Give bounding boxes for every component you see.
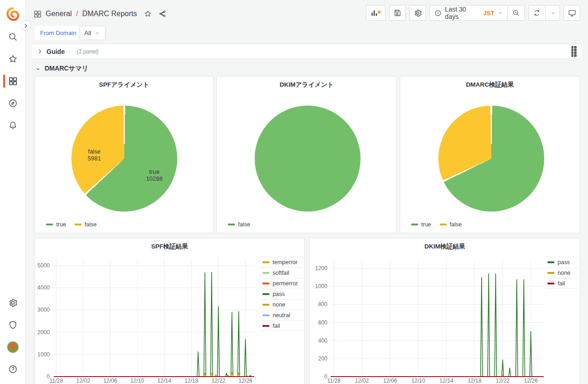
zoom-out-icon [512, 9, 520, 17]
drag-grid-icon [571, 46, 576, 57]
save-dashboard-button[interactable] [389, 5, 406, 21]
sidebar-item-configuration[interactable] [0, 294, 26, 312]
refresh-interval-dropdown[interactable] [545, 6, 560, 20]
sidebar-item-explore[interactable] [0, 94, 26, 112]
variable-label-from-domain[interactable]: From Domain [35, 26, 82, 40]
gear-icon [8, 298, 18, 308]
legend-swatch [262, 283, 269, 284]
svg-text:800: 800 [318, 301, 327, 307]
grafana-logo[interactable] [0, 5, 26, 24]
chevron-down-icon [35, 66, 41, 72]
legend-label: pass [558, 259, 570, 266]
variable-value-dropdown[interactable]: All [79, 26, 105, 40]
chevron-down-icon [497, 10, 503, 16]
legend-swatch [440, 224, 447, 225]
legend-swatch [262, 314, 269, 316]
sidebar-item-server-admin[interactable] [0, 316, 26, 334]
svg-text:11/28: 11/28 [327, 378, 340, 384]
sidebar-item-search[interactable] [0, 28, 26, 46]
svg-text:3000: 3000 [37, 307, 50, 313]
chevron-down-icon [94, 30, 100, 36]
panel-dkim-results: DKIM検証結果 02004006008001000120011/2812/02… [309, 238, 580, 384]
sidebar-expand-button[interactable] [20, 20, 31, 31]
avatar [7, 341, 19, 353]
row-drag-handle[interactable] [571, 46, 576, 57]
legend-item-false[interactable]: false [440, 221, 462, 228]
legend-item-true[interactable]: true [46, 221, 66, 228]
breadcrumb-separator: / [76, 10, 78, 18]
legend-swatch [262, 325, 269, 327]
row-guide[interactable]: Guide (1 panel) [32, 44, 581, 59]
svg-text:600: 600 [318, 319, 327, 326]
legend-label: true [421, 221, 431, 228]
time-picker-group: Last 30 days JST [430, 5, 525, 21]
zoom-out-time-button[interactable] [507, 6, 524, 20]
panel-title[interactable]: DKIMアライメント [217, 81, 396, 89]
help-icon [8, 364, 18, 374]
panel-title[interactable]: DMARC検証結果 [400, 81, 580, 89]
dmarc-result-pie[interactable] [438, 106, 544, 212]
legend-item-temperror[interactable]: temperror [261, 257, 303, 267]
legend-swatch [411, 224, 418, 225]
legend-swatch [547, 272, 554, 274]
grafana-logo-icon [6, 7, 20, 21]
legend-item-false[interactable]: false [75, 221, 97, 228]
pie-legend: truefalse [411, 221, 462, 228]
breadcrumb-page[interactable]: DMARC Reports [82, 10, 137, 18]
dashboard-settings-button[interactable] [409, 5, 426, 21]
svg-text:12/06: 12/06 [103, 378, 117, 384]
legend-item-neutral[interactable]: neutral [261, 310, 303, 320]
add-panel-button[interactable] [366, 5, 385, 21]
legend-swatch [262, 272, 269, 274]
spf-alignment-pie[interactable]: true 10288false 5981 [71, 106, 177, 212]
pie-legend: false [228, 221, 250, 228]
legend-item-pass[interactable]: pass [546, 257, 578, 267]
dashboard-grid-icon [33, 10, 42, 18]
time-range-picker[interactable]: Last 30 days JST [430, 6, 507, 20]
favorite-star-button[interactable] [144, 10, 152, 18]
svg-text:11/28: 11/28 [49, 378, 63, 384]
chevron-down-icon [550, 10, 556, 16]
pie-slice-label: false 5981 [87, 148, 101, 162]
share-icon [158, 10, 167, 18]
sidebar-item-dashboards[interactable] [0, 72, 26, 90]
sidebar-item-help[interactable] [0, 360, 26, 378]
refresh-button[interactable] [529, 6, 545, 20]
legend-swatch [262, 261, 269, 263]
svg-text:12/02: 12/02 [355, 378, 369, 384]
save-icon [393, 9, 402, 17]
legend-item-pass[interactable]: pass [261, 289, 303, 299]
legend-item-fail[interactable]: fail [261, 320, 303, 331]
sidebar-item-profile[interactable] [0, 338, 26, 356]
svg-text:12/14: 12/14 [439, 378, 453, 384]
legend-item-true[interactable]: true [411, 221, 431, 228]
tv-monitor-icon [568, 9, 576, 18]
share-button[interactable] [158, 10, 167, 18]
row-dmarc-summary[interactable]: DMARCサマリ [35, 64, 88, 73]
legend-swatch [547, 261, 554, 263]
svg-text:12/26: 12/26 [239, 378, 252, 384]
legend-item-fail[interactable]: fail [546, 278, 578, 289]
dkim-alignment-pie[interactable] [255, 106, 361, 212]
legend-item-none[interactable]: none [546, 267, 578, 278]
sidebar-item-alerting[interactable] [0, 116, 26, 135]
panel-dkim-alignment: DKIMアライメント false [216, 76, 397, 233]
star-icon [144, 10, 152, 18]
legend-item-permerror[interactable]: permerror [261, 278, 303, 289]
svg-text:12/10: 12/10 [411, 378, 425, 384]
bell-icon [8, 120, 18, 130]
compass-icon [8, 98, 18, 108]
legend-item-false[interactable]: false [228, 221, 250, 228]
shield-icon [8, 320, 18, 330]
svg-text:1000: 1000 [315, 283, 327, 289]
breadcrumb-section[interactable]: General [46, 10, 72, 18]
panel-title[interactable]: SPFアライメント [35, 81, 213, 89]
svg-text:12/18: 12/18 [468, 378, 482, 384]
legend-item-softfail[interactable]: softfail [261, 267, 303, 278]
legend-item-none[interactable]: none [261, 299, 303, 310]
kiosk-mode-button[interactable] [564, 5, 580, 21]
sidebar-item-starred[interactable] [0, 50, 26, 68]
dkim-results-chart: 02004006008001000120011/2812/0212/0612/1… [310, 238, 580, 384]
legend-swatch [228, 224, 235, 225]
refresh-icon [533, 9, 541, 17]
